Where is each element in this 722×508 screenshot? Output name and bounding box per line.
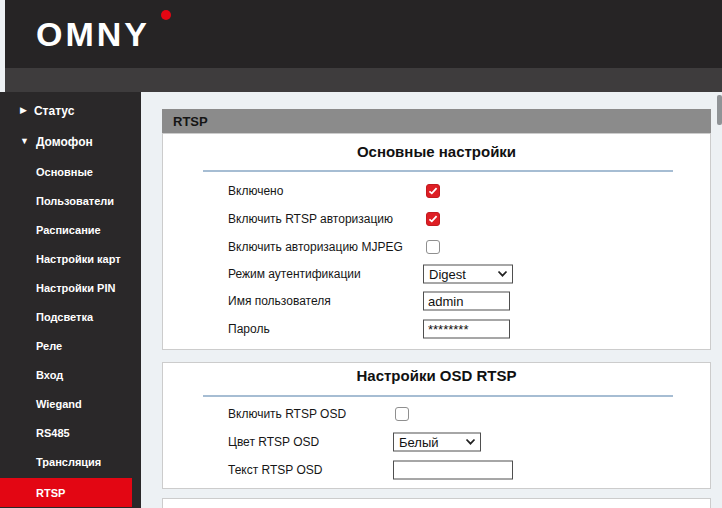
section-title: Настройки OSD RTSP [163, 367, 710, 384]
caret-down-icon: ▼ [20, 137, 29, 146]
logo-dot-icon [161, 10, 171, 20]
page-title: RTSP [162, 109, 711, 133]
app-header: OMNY [5, 0, 722, 68]
sidebar-item-rtsp[interactable]: RTSP [0, 478, 132, 507]
form-row: Цвет RTSP OSD Белый [163, 432, 710, 452]
form-row: Включить авторизацию MJPEG [163, 237, 710, 257]
sidebar-item-label: Трансляция [36, 456, 101, 468]
enabled-checkbox[interactable] [426, 184, 440, 198]
sidebar-section-label: Домофон [36, 135, 93, 149]
osd-color-select[interactable]: Белый [393, 433, 481, 452]
sidebar-item-general[interactable]: Основные [0, 157, 141, 186]
sidebar-item-input[interactable]: Вход [0, 360, 141, 389]
section-divider [203, 170, 673, 172]
chevron-down-icon [465, 439, 476, 446]
page-title-label: RTSP [173, 114, 208, 129]
sidebar-item-pin-settings[interactable]: Настройки PIN [0, 273, 141, 302]
check-icon [428, 215, 438, 223]
field-label: Пароль [228, 322, 270, 336]
mjpeg-auth-checkbox[interactable] [426, 240, 440, 254]
field-label: Текст RTSP OSD [228, 463, 322, 477]
sidebar-item-label: Основные [36, 166, 93, 178]
field-label: Режим аутентификации [228, 267, 361, 281]
sidebar-item-wiegand[interactable]: Wiegand [0, 389, 141, 418]
sidebar-item-rs485[interactable]: RS485 [0, 418, 141, 447]
sidebar-item-users[interactable]: Пользователи [0, 186, 141, 215]
rtsp-osd-checkbox[interactable] [395, 407, 409, 421]
sidebar-section-status[interactable]: ▶ Статус [0, 95, 141, 126]
rtsp-settings-page: OMNY ▶ Статус ▼ Домофон Основные Пользов… [0, 0, 722, 508]
section-divider [203, 395, 673, 397]
sidebar-item-card-settings[interactable]: Настройки карт [0, 244, 141, 273]
form-row: Включить RTSP авторизацию [163, 209, 710, 229]
scrollbar-thumb[interactable] [717, 95, 722, 125]
osd-text-input[interactable] [393, 461, 513, 480]
form-row: Пароль [163, 319, 710, 339]
section-osd-settings: Настройки OSD RTSP Включить RTSP OSD Цве… [162, 362, 711, 489]
form-row: Текст RTSP OSD [163, 460, 710, 480]
field-label: Цвет RTSP OSD [228, 435, 319, 449]
sidebar-item-relay[interactable]: Реле [0, 331, 141, 360]
sidebar-item-broadcast[interactable]: Трансляция [0, 447, 141, 476]
auth-mode-select[interactable]: Digest [423, 265, 513, 284]
caret-right-icon: ▶ [20, 106, 27, 115]
form-row: Включить RTSP OSD [163, 404, 710, 424]
field-label: Включить RTSP OSD [228, 407, 346, 421]
section-title: Основные настройки [163, 143, 710, 160]
field-label: Включено [228, 184, 283, 198]
sidebar-item-label: Пользователи [36, 195, 114, 207]
rtsp-auth-checkbox[interactable] [426, 212, 440, 226]
form-row: Режим аутентификации Digest [163, 264, 710, 284]
username-input[interactable] [423, 292, 510, 311]
select-value: Белый [399, 435, 439, 450]
section-next-clipped [162, 498, 711, 508]
field-label: Включить RTSP авторизацию [228, 212, 393, 226]
section-basic-settings: Основные настройки Включено Включить RTS… [162, 133, 711, 350]
field-label: Включить авторизацию MJPEG [228, 240, 403, 254]
header-subbar [5, 68, 722, 92]
sidebar-item-label: Настройки карт [36, 253, 121, 265]
sidebar-item-schedule[interactable]: Расписание [0, 215, 141, 244]
sidebar-item-backlight[interactable]: Подсветка [0, 302, 141, 331]
sidebar-item-label: Реле [36, 340, 62, 352]
sidebar-item-label: RTSP [36, 487, 65, 499]
brand-logo: OMNY [36, 15, 150, 54]
main-content: RTSP Основные настройки Включено Включит… [162, 109, 711, 508]
sidebar-item-label: Настройки PIN [36, 282, 115, 294]
password-input[interactable] [423, 320, 510, 339]
sidebar-item-label: Подсветка [36, 311, 93, 323]
field-label: Имя пользователя [228, 294, 331, 308]
sidebar-item-label: Вход [36, 369, 63, 381]
sidebar-item-label: Расписание [36, 224, 101, 236]
chevron-down-icon [497, 271, 508, 278]
select-value: Digest [429, 267, 466, 282]
form-row: Включено [163, 181, 710, 201]
sidebar-section-label: Статус [34, 104, 74, 118]
sidebar-item-label: Wiegand [36, 398, 82, 410]
check-icon [428, 187, 438, 195]
form-row: Имя пользователя [163, 291, 710, 311]
sidebar-nav: ▶ Статус ▼ Домофон Основные Пользователи… [0, 92, 141, 508]
sidebar-section-intercom[interactable]: ▼ Домофон [0, 126, 141, 157]
sidebar-item-label: RS485 [36, 427, 70, 439]
